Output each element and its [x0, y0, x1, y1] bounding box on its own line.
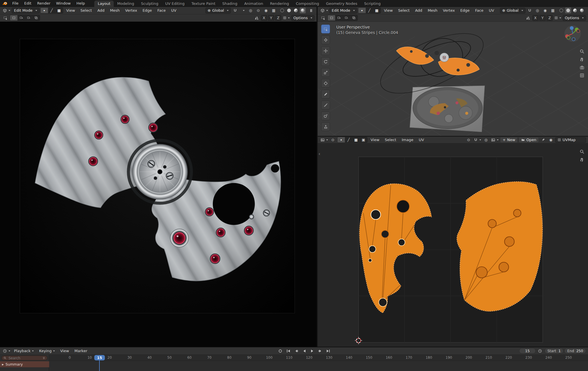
pan-hand-icon[interactable] [579, 57, 585, 62]
uv-edge-select-button[interactable]: ╱ [345, 137, 352, 143]
shading-material-button[interactable] [293, 7, 299, 13]
pan-hand-icon[interactable] [579, 157, 585, 162]
mirror-y-toggle[interactable]: Y [539, 15, 546, 21]
mirror-z-toggle[interactable]: Z [275, 15, 281, 21]
select-subtract-button[interactable] [343, 15, 350, 21]
prev-keyframe-button[interactable] [293, 348, 300, 354]
uv-menu-select[interactable]: Select [383, 137, 399, 143]
current-frame-line[interactable] [99, 360, 100, 371]
right-menu-mesh[interactable]: Mesh [425, 7, 440, 14]
shading-solid-button[interactable] [565, 7, 571, 13]
blender-logo-icon[interactable] [2, 0, 8, 7]
edge-select-mode-button[interactable]: ╱ [366, 8, 373, 13]
new-image-button[interactable]: +New [500, 137, 518, 143]
left-menu-add[interactable]: Add [95, 7, 107, 14]
workspace-tab-layout[interactable]: Layout [94, 1, 114, 7]
next-keyframe-button[interactable] [317, 348, 324, 354]
open-image-button[interactable]: Open [519, 137, 539, 143]
snap-grid-icon[interactable] [554, 15, 562, 21]
mode-dropdown[interactable]: Edit Mode [329, 8, 357, 13]
channel-summary-row[interactable]: ▸ Summary [0, 361, 49, 367]
select-subtract-button[interactable] [25, 15, 32, 21]
jump-to-start-button[interactable] [285, 348, 292, 354]
jump-to-end-button[interactable] [325, 348, 332, 354]
tool-scale[interactable] [321, 68, 330, 77]
play-button[interactable] [309, 348, 316, 354]
select-extend-button[interactable] [335, 15, 343, 21]
timeline-menu-keying[interactable]: Keying [37, 348, 57, 354]
frame-end-field[interactable]: End250 [564, 348, 586, 354]
left-menu-edge[interactable]: Edge [140, 7, 154, 14]
proportional-editing-toggle[interactable]: ◎ [534, 7, 541, 13]
mirror-z-toggle[interactable]: Z [547, 15, 553, 21]
active-tool-tweak-icon[interactable] [2, 15, 9, 21]
shading-solid-button[interactable] [286, 7, 292, 13]
reference-image-plane[interactable] [410, 86, 485, 132]
shading-wireframe-button[interactable] [279, 7, 285, 13]
uv-menu-view[interactable]: View [368, 137, 382, 143]
frame-start-field[interactable]: Start1 [545, 348, 564, 354]
menu-edit[interactable]: Edit [22, 0, 34, 7]
uv-pivot-dropdown[interactable]: ⊙ [465, 137, 472, 143]
right-menu-face[interactable]: Face [473, 7, 486, 14]
tool-measure[interactable] [321, 101, 330, 109]
select-intersect-button[interactable] [350, 15, 357, 21]
mode-dropdown[interactable]: Edit Mode [12, 8, 39, 13]
tool-transform[interactable] [321, 79, 330, 88]
shading-wireframe-button[interactable] [558, 7, 564, 13]
uv-vertex-select-button[interactable]: ∙ [337, 137, 345, 143]
menu-render[interactable]: Render [35, 0, 53, 7]
workspace-tab-scripting[interactable]: Scripting [361, 1, 384, 7]
editor-type-uv-icon[interactable] [320, 137, 329, 143]
play-reverse-button[interactable] [301, 348, 308, 354]
tool-extrude[interactable] [321, 122, 330, 131]
uv-snap-magnet-toggle[interactable] [473, 137, 482, 143]
select-set-button[interactable] [328, 15, 335, 21]
left-menu-view[interactable]: View [64, 7, 77, 14]
show-overlays-toggle[interactable]: ◉ [263, 7, 269, 13]
right-menu-vertex[interactable]: Vertex [441, 7, 457, 14]
options-dropdown[interactable]: Options [291, 15, 315, 21]
edge-select-mode-button[interactable]: ╱ [48, 8, 55, 13]
options-dropdown[interactable]: Options [563, 15, 586, 21]
left-menu-select[interactable]: Select [78, 7, 94, 14]
viewport-left-canvas[interactable] [0, 22, 317, 347]
menu-window[interactable]: Window [53, 0, 73, 7]
snap-settings-dropdown[interactable] [239, 7, 246, 13]
tool-move[interactable] [321, 46, 330, 55]
select-intersect-button[interactable] [32, 15, 40, 21]
timeline-frames-area[interactable] [49, 361, 588, 371]
uv-editor-canvas[interactable]: ‹ [318, 143, 588, 347]
timeline-menu-view[interactable]: View [58, 348, 71, 354]
timeline-menu-marker[interactable]: Marker [72, 348, 90, 354]
shading-rendered-button[interactable] [300, 7, 306, 13]
editor-type-3dview-icon[interactable] [320, 7, 329, 13]
shading-rendered-button[interactable] [579, 7, 585, 13]
left-menu-uv[interactable]: UV [169, 7, 179, 14]
transform-orientation-dropdown[interactable]: ⊕Global [205, 8, 231, 13]
tool-rotate[interactable] [321, 57, 330, 66]
proportional-editing-toggle[interactable]: ◎ [247, 7, 254, 13]
workspace-tab-compositing[interactable]: Compositing [292, 1, 323, 7]
vertex-select-mode-button[interactable]: ∙ [41, 8, 48, 13]
uv-menu-uv[interactable]: UV [417, 137, 426, 143]
current-frame-field[interactable]: 15 [519, 348, 536, 354]
uv-overlays-toggle[interactable]: ◉ [547, 137, 554, 143]
transform-orientation-dropdown[interactable]: ⊕Global [500, 8, 525, 13]
editor-type-timeline-icon[interactable] [2, 348, 11, 354]
browse-image-dropdown[interactable] [490, 137, 499, 143]
filter-icon[interactable] [42, 356, 45, 360]
viewport-right-canvas[interactable]: User Perspective (15) Geneva Stripes | C… [318, 22, 588, 136]
right-menu-select[interactable]: Select [396, 7, 412, 14]
camera-view-icon[interactable] [579, 65, 585, 70]
pin-image-icon[interactable] [540, 137, 547, 143]
workspace-tab-animation[interactable]: Animation [241, 1, 267, 7]
workspace-tab-sculpting[interactable]: Sculpting [137, 1, 162, 7]
right-menu-view[interactable]: View [382, 7, 395, 14]
uv-island-select-button[interactable]: ▣ [360, 137, 367, 143]
navigation-gizmo[interactable] [564, 25, 581, 42]
select-extend-button[interactable] [17, 15, 25, 21]
shading-material-button[interactable] [572, 7, 578, 13]
workspace-tab-rendering[interactable]: Rendering [267, 1, 292, 7]
workspace-tab-shading[interactable]: Shading [219, 1, 241, 7]
